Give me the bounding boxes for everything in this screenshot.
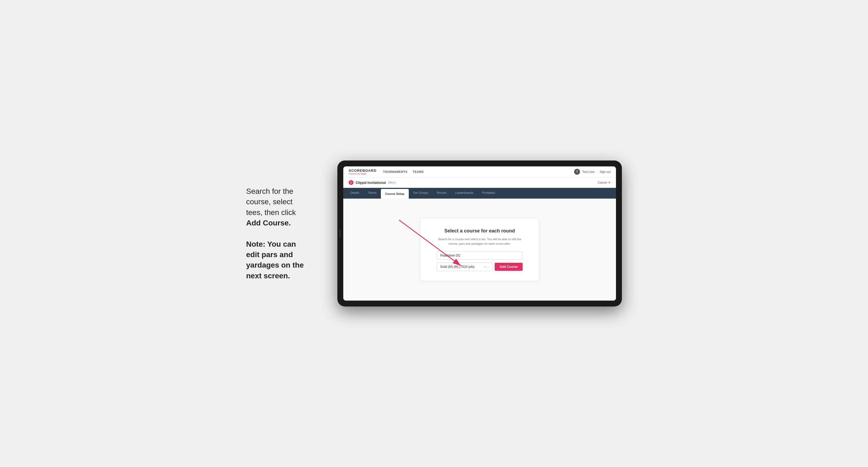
panel-subtitle: Search for a course and select a tee. Yo… [437, 237, 523, 246]
nav-links: TOURNAMENTS TEAMS [383, 170, 424, 174]
course-search-input[interactable] [437, 251, 523, 260]
nav-teams[interactable]: TEAMS [413, 170, 424, 174]
tablet-side-button [340, 229, 341, 238]
tee-select-dropdown[interactable]: Gold (M) (M) (7010 yds) × ⌄ [437, 262, 493, 271]
instruction-text: Search for the course, select tees, then… [246, 186, 321, 228]
tee-expand-icon[interactable]: ⌄ [487, 266, 489, 269]
main-content: Select a course for each round Search fo… [343, 198, 616, 301]
tab-teams[interactable]: Teams [364, 188, 381, 198]
tab-tee-groups[interactable]: Tee Groups [409, 188, 433, 198]
tab-course-setup[interactable]: Course Setup [381, 189, 409, 198]
user-name: Test User [582, 170, 594, 174]
nav-tournaments[interactable]: TOURNAMENTS [383, 170, 407, 174]
course-select-panel: Select a course for each round Search fo… [421, 218, 539, 281]
tab-leaderboards[interactable]: Leaderboards [451, 188, 478, 198]
tournament-name: Clippd Invitational [355, 181, 386, 185]
top-nav-right: T Test User | Sign out [574, 169, 611, 175]
clippd-icon: C [349, 180, 353, 185]
logo-text: SCOREBOARD [349, 168, 377, 173]
note-text: Note: You can edit pars and yardages on … [246, 239, 321, 281]
user-avatar: T [574, 169, 580, 175]
instructions-panel: Search for the course, select tees, then… [246, 186, 321, 281]
tee-clear-icon[interactable]: × [484, 266, 486, 269]
tee-select-icons: × ⌄ [484, 266, 489, 269]
top-nav-left: SCOREBOARD Powered by clippd TOURNAMENTS… [349, 168, 424, 175]
top-nav: SCOREBOARD Powered by clippd TOURNAMENTS… [343, 166, 616, 178]
tab-details[interactable]: Details [346, 188, 364, 198]
logo-area: SCOREBOARD Powered by clippd [349, 168, 377, 175]
logo-sub: Powered by clippd [349, 173, 377, 175]
tournament-title-area: C Clippd Invitational (Men) [349, 180, 396, 185]
add-course-button[interactable]: Add Course [495, 263, 523, 271]
tablet-screen: SCOREBOARD Powered by clippd TOURNAMENTS… [343, 166, 616, 301]
tab-results[interactable]: Results [432, 188, 451, 198]
pipe-separator: | [597, 170, 598, 174]
sign-out-link[interactable]: Sign out [600, 170, 611, 174]
tablet-device: SCOREBOARD Powered by clippd TOURNAMENTS… [337, 160, 622, 307]
page-layout: Search for the course, select tees, then… [246, 160, 622, 307]
tee-select-text: Gold (M) (M) (7010 yds) [440, 265, 474, 269]
cancel-button[interactable]: Cancel ✕ [598, 181, 611, 184]
tournament-header: C Clippd Invitational (Men) Cancel ✕ [343, 178, 616, 188]
tee-select-row: Gold (M) (M) (7010 yds) × ⌄ Add Course [437, 262, 523, 271]
tab-navigation: Details Teams Course Setup Tee Groups Re… [343, 188, 616, 198]
tournament-tag: (Men) [388, 181, 396, 184]
panel-title: Select a course for each round [437, 228, 523, 234]
tab-printables[interactable]: Printables [478, 188, 499, 198]
